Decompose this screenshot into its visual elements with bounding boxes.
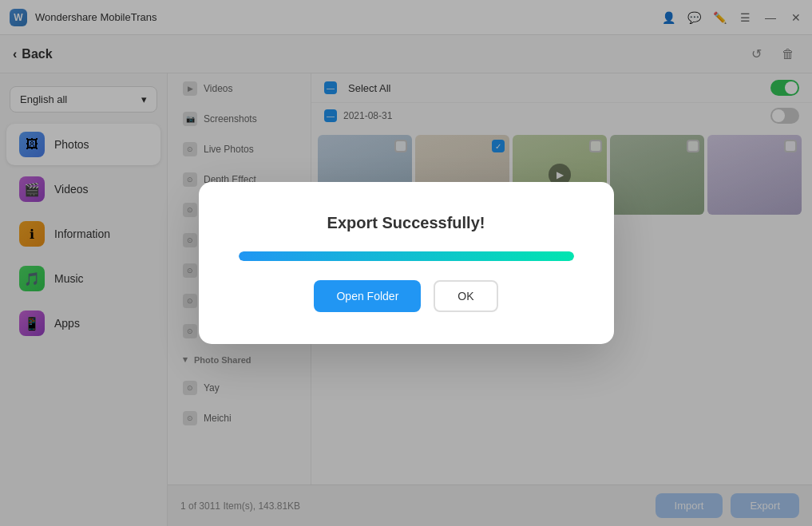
modal-title: Export Successfully! <box>327 214 485 232</box>
ok-button[interactable]: OK <box>434 280 497 312</box>
modal-buttons: Open Folder OK <box>314 280 497 312</box>
progress-bar-fill <box>239 251 574 261</box>
open-folder-button[interactable]: Open Folder <box>314 280 421 312</box>
export-success-modal: Export Successfully! Open Folder OK <box>199 182 614 344</box>
modal-overlay: Export Successfully! Open Folder OK <box>0 0 812 526</box>
progress-bar-container <box>239 251 574 261</box>
